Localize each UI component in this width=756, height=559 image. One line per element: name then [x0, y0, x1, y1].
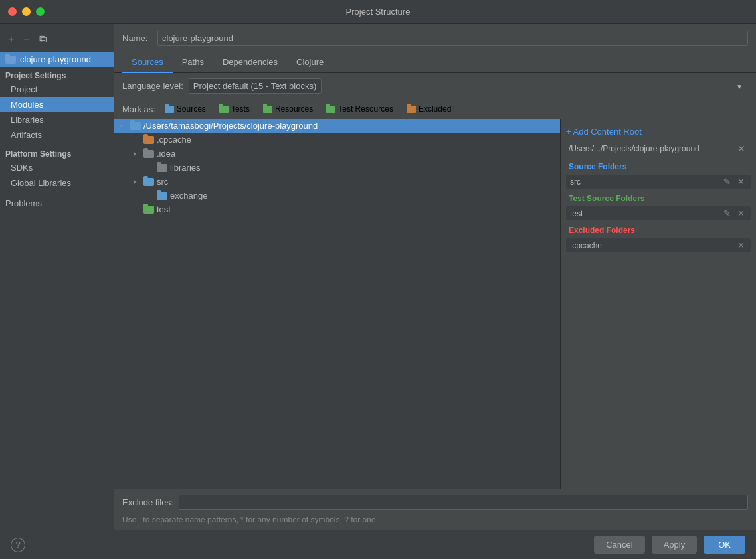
remove-module-button[interactable]: −	[21, 32, 32, 46]
tree-item-src-label: src	[157, 177, 168, 187]
exclude-hint: Use ; to separate name patterns, * for a…	[114, 515, 756, 530]
mark-as-row: Mark as: Sources Tests Resources Test Re…	[114, 99, 756, 119]
language-level-select[interactable]: Project default (15 - Text blocks)	[189, 78, 322, 94]
sidebar: + − ⧉ clojure-playground Project Setting…	[0, 24, 114, 530]
test-folder-icon	[143, 206, 154, 214]
mark-test-resources-button[interactable]: Test Resources	[322, 103, 397, 115]
ok-button[interactable]: OK	[704, 536, 745, 554]
sidebar-item-modules[interactable]: Modules	[0, 97, 114, 112]
libraries-folder-icon	[157, 164, 167, 172]
tab-sources[interactable]: Sources	[122, 52, 173, 73]
mark-sources-button[interactable]: Sources	[161, 103, 210, 115]
tests-folder-icon	[219, 106, 229, 113]
tree-panel-split: ▾ /Users/tamasbogi/Projects/clojure-play…	[114, 119, 756, 489]
file-tree[interactable]: ▾ /Users/tamasbogi/Projects/clojure-play…	[114, 119, 560, 489]
test-folder-test-edit-button[interactable]: ✎	[721, 208, 733, 218]
root-folder-icon	[130, 122, 141, 130]
language-level-row: Language level: Project default (15 - Te…	[114, 73, 756, 99]
chevron-down-icon: ▾	[120, 122, 128, 129]
window-controls[interactable]	[8, 7, 45, 16]
copy-module-button[interactable]: ⧉	[37, 32, 49, 46]
cpcache-folder-icon	[143, 136, 154, 144]
chevron-down-icon-idea: ▾	[133, 150, 141, 157]
tab-paths[interactable]: Paths	[173, 52, 213, 73]
excluded-folder-cpcache-remove-button[interactable]: ✕	[735, 240, 747, 250]
tab-bar: Sources Paths Dependencies Clojure	[114, 52, 756, 73]
module-item[interactable]: clojure-playground	[0, 52, 114, 67]
resources-folder-icon	[263, 106, 272, 113]
main-layout: + − ⧉ clojure-playground Project Setting…	[0, 24, 756, 530]
language-level-wrapper: Project default (15 - Text blocks)	[189, 78, 748, 94]
sidebar-item-project[interactable]: Project	[0, 82, 114, 97]
panel-path-close-button[interactable]: ✕	[735, 143, 748, 154]
mark-excluded-button[interactable]: Excluded	[403, 103, 455, 115]
minimize-button[interactable]	[22, 7, 31, 16]
exchange-folder-icon	[157, 192, 167, 200]
name-row: Name:	[114, 24, 756, 52]
idea-folder-icon	[143, 150, 154, 158]
help-button[interactable]: ?	[11, 538, 25, 552]
sidebar-item-libraries[interactable]: Libraries	[0, 112, 114, 127]
tree-item-libraries-label: libraries	[170, 163, 201, 173]
tree-item-idea-label: .idea	[157, 149, 175, 159]
source-folder-src-text: src	[570, 177, 719, 187]
test-folder-test-remove-button[interactable]: ✕	[735, 208, 747, 218]
test-source-folders-title: Test Source Folders	[566, 190, 751, 205]
name-label: Name:	[122, 33, 152, 43]
exclude-files-label: Exclude files:	[122, 497, 173, 507]
tree-item-exchange[interactable]: exchange	[114, 189, 560, 202]
test-resources-folder-icon	[326, 106, 335, 113]
exclude-files-input[interactable]	[179, 495, 748, 510]
source-folder-src-edit-button[interactable]: ✎	[721, 177, 733, 187]
tree-item-src[interactable]: ▾ src	[114, 175, 560, 189]
add-module-button[interactable]: +	[5, 32, 17, 46]
excluded-folder-cpcache-text: .cpcache	[570, 241, 733, 250]
close-button[interactable]	[8, 7, 17, 16]
language-level-label: Language level:	[122, 81, 183, 91]
content-area: Name: Sources Paths Dependencies Clojure…	[114, 24, 756, 530]
test-folder-test-text: test	[570, 209, 719, 218]
tab-dependencies[interactable]: Dependencies	[213, 52, 287, 73]
chevron-down-icon-src: ▾	[133, 178, 141, 185]
tree-item-cpcache-label: .cpcache	[157, 135, 191, 145]
tab-clojure[interactable]: Clojure	[287, 52, 333, 73]
tree-item-test-label: test	[157, 204, 171, 214]
apply-button[interactable]: Apply	[652, 536, 698, 554]
sources-folder-icon	[165, 106, 174, 113]
platform-settings-section: Platform Settings	[0, 145, 114, 160]
mark-resources-button[interactable]: Resources	[259, 103, 317, 115]
sidebar-item-problems[interactable]: Problems	[0, 196, 114, 211]
tree-item-libraries[interactable]: libraries	[114, 161, 560, 175]
right-panel: + Add Content Root /Users/.../Projects/c…	[560, 119, 756, 489]
sidebar-item-global-libraries[interactable]: Global Libraries	[0, 175, 114, 191]
add-content-root-button[interactable]: + Add Content Root	[566, 124, 751, 139]
sidebar-item-artifacts[interactable]: Artifacts	[0, 127, 114, 143]
project-settings-section: Project Settings	[0, 67, 114, 82]
panel-path-row: /Users/.../Projects/clojure-playground ✕	[566, 139, 751, 158]
source-folder-src-remove-button[interactable]: ✕	[735, 177, 747, 187]
mark-tests-button[interactable]: Tests	[215, 103, 254, 115]
source-folders-title: Source Folders	[566, 158, 751, 173]
mark-as-label: Mark as:	[122, 104, 155, 114]
title-bar: Project Structure	[0, 0, 756, 24]
tree-item-root[interactable]: ▾ /Users/tamasbogi/Projects/clojure-play…	[114, 119, 560, 133]
tree-item-idea[interactable]: ▾ .idea	[114, 147, 560, 161]
panel-path-text: /Users/.../Projects/clojure-playground	[569, 144, 700, 153]
maximize-button[interactable]	[36, 7, 45, 16]
sidebar-toolbar: + − ⧉	[0, 29, 114, 52]
tree-item-cpcache[interactable]: .cpcache	[114, 133, 560, 147]
action-buttons: Cancel Apply OK	[594, 536, 745, 554]
tree-item-exchange-label: exchange	[170, 191, 207, 200]
tree-item-test[interactable]: test	[114, 202, 560, 216]
name-input[interactable]	[157, 31, 748, 46]
excluded-folders-title: Excluded Folders	[566, 222, 751, 237]
cancel-button[interactable]: Cancel	[594, 536, 644, 554]
window-title: Project Structure	[346, 7, 411, 17]
test-folder-test: test ✎ ✕	[566, 206, 751, 220]
module-item-label: clojure-playground	[20, 54, 91, 64]
excluded-folder-icon	[407, 106, 416, 113]
bottom-bar: ? Cancel Apply OK	[0, 530, 756, 559]
source-folder-src: src ✎ ✕	[566, 175, 751, 189]
sidebar-item-sdks[interactable]: SDKs	[0, 160, 114, 175]
excluded-folder-cpcache: .cpcache ✕	[566, 238, 751, 252]
